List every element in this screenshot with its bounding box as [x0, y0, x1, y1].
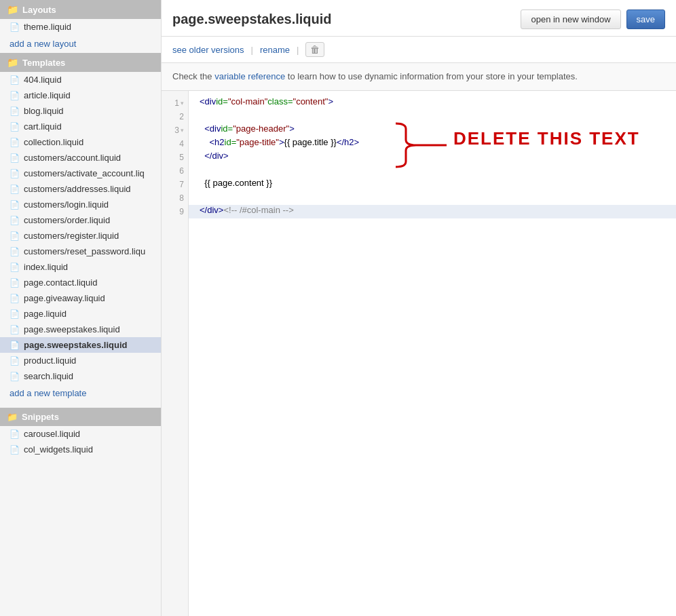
sidebar-item-page-sweepstakes-active[interactable]: 📄 page.sweepstakes.liquid — [0, 337, 161, 353]
sidebar-item-label: customers/register.liquid — [24, 231, 119, 241]
sidebar-item-index[interactable]: 📄 index.liquid — [0, 259, 161, 275]
add-new-layout-link[interactable]: add a new layout — [0, 35, 161, 53]
sidebar-item-label: page.sweepstakes.liquid — [24, 324, 120, 334]
code-line-1: <div id="col-main" class="content"> — [189, 96, 676, 110]
sidebar-item-customers-reset[interactable]: 📄 customers/reset_password.liqu — [0, 244, 161, 259]
sidebar-item-article[interactable]: 📄 article.liquid — [0, 88, 161, 103]
toolbar-separator: | — [251, 45, 253, 55]
templates-section-header: 📁 Templates — [0, 53, 161, 72]
sidebar-item-page-sweepstakes-duplicate[interactable]: 📄 page.sweepstakes.liquid — [0, 322, 161, 337]
code-line-2 — [189, 110, 676, 123]
folder-icon-snippets: 📁 — [7, 412, 18, 422]
header-buttons: open in new window save — [521, 9, 665, 29]
sidebar-item-carousel[interactable]: 📄 carousel.liquid — [0, 426, 161, 442]
toolbar-separator-2: | — [297, 45, 299, 55]
file-icon: 📄 — [10, 278, 20, 288]
sidebar: 📁 Layouts 📄 theme.liquid add a new layou… — [0, 0, 162, 616]
sidebar-item-page-liquid[interactable]: 📄 page.liquid — [0, 306, 161, 322]
file-icon: 📄 — [10, 153, 20, 163]
sidebar-item-label: page.liquid — [24, 309, 67, 319]
file-icon: 📄 — [10, 294, 20, 303]
file-icon: 📄 — [10, 372, 20, 381]
delete-button[interactable]: 🗑 — [305, 42, 324, 57]
line-numbers: 1▾ 2 3▾ 4 5 6 7 8 9 — [162, 91, 189, 617]
sidebar-item-page-contact[interactable]: 📄 page.contact.liquid — [0, 275, 161, 290]
line-num-4: 4 — [162, 137, 188, 151]
save-button[interactable]: save — [626, 9, 665, 29]
sidebar-item-label: cart.liquid — [24, 121, 62, 132]
main-toolbar: see older versions | rename | 🗑 — [162, 37, 676, 63]
line-num-3: 3▾ — [162, 123, 188, 137]
sidebar-item-product[interactable]: 📄 product.liquid — [0, 353, 161, 368]
variable-reference-link[interactable]: variable reference — [214, 71, 285, 81]
file-icon: 📄 — [10, 138, 20, 147]
sidebar-item-label: page.giveaway.liquid — [24, 293, 105, 303]
file-icon: 📄 — [10, 309, 20, 319]
file-icon: 📄 — [10, 200, 20, 210]
sidebar-item-label: 404.liquid — [24, 75, 62, 85]
sidebar-item-search[interactable]: 📄 search.liquid — [0, 368, 161, 384]
sidebar-item-label: article.liquid — [24, 90, 71, 100]
file-icon: 📄 — [10, 341, 20, 350]
sidebar-item-label: customers/activate_account.liq — [24, 168, 145, 178]
line-num-8: 8 — [162, 191, 188, 205]
layouts-section-header: 📁 Layouts — [0, 0, 161, 19]
sidebar-item-label: customers/reset_password.liqu — [24, 246, 145, 256]
snippets-section-header: 📁 Snippets — [0, 408, 161, 426]
sidebar-item-label: product.liquid — [24, 355, 76, 366]
editor-area: 1▾ 2 3▾ 4 5 6 7 8 9 <div id="col-main" c… — [162, 91, 676, 617]
sidebar-item-label: customers/order.liquid — [24, 215, 110, 225]
sidebar-item-customers-login[interactable]: 📄 customers/login.liquid — [0, 197, 161, 212]
file-icon: 📄 — [10, 169, 20, 178]
file-icon: 📄 — [10, 75, 20, 85]
main-content: page.sweepstakes.liquid open in new wind… — [162, 0, 676, 616]
file-icon: 📄 — [10, 22, 20, 32]
sidebar-item-label: page.sweepstakes.liquid — [24, 340, 127, 350]
code-line-5: </div> — [189, 151, 676, 164]
sidebar-item-cart[interactable]: 📄 cart.liquid — [0, 119, 161, 134]
templates-section-label: Templates — [22, 58, 65, 68]
code-line-8 — [189, 191, 676, 205]
folder-icon: 📁 — [7, 4, 18, 15]
sidebar-item-label: index.liquid — [24, 262, 68, 272]
file-icon: 📄 — [10, 107, 20, 116]
sidebar-item-theme-liquid[interactable]: 📄 theme.liquid — [0, 19, 161, 35]
sidebar-item-customers-order[interactable]: 📄 customers/order.liquid — [0, 212, 161, 228]
line-num-1: 1▾ — [162, 96, 188, 110]
code-content[interactable]: <div id="col-main" class="content"> <div… — [189, 91, 676, 617]
file-icon: 📄 — [10, 429, 20, 439]
sidebar-item-customers-register[interactable]: 📄 customers/register.liquid — [0, 228, 161, 244]
code-line-3: <div id="page-header"> — [189, 123, 676, 137]
sidebar-item-404[interactable]: 📄 404.liquid — [0, 72, 161, 88]
sidebar-item-label: customers/addresses.liquid — [24, 184, 131, 194]
sidebar-item-label: col_widgets.liquid — [24, 444, 93, 455]
info-suffix: to learn how to use dynamic information … — [288, 71, 578, 81]
open-new-window-button[interactable]: open in new window — [521, 9, 620, 29]
code-line-6 — [189, 164, 676, 178]
file-icon: 📄 — [10, 231, 20, 241]
file-icon: 📄 — [10, 247, 20, 256]
sidebar-item-customers-activate[interactable]: 📄 customers/activate_account.liq — [0, 166, 161, 181]
add-new-template-link[interactable]: add a new template — [0, 384, 161, 402]
sidebar-item-label: blog.liquid — [24, 106, 64, 116]
sidebar-item-blog[interactable]: 📄 blog.liquid — [0, 103, 161, 119]
sidebar-item-label: carousel.liquid — [24, 429, 80, 439]
sidebar-item-page-giveaway[interactable]: 📄 page.giveaway.liquid — [0, 290, 161, 306]
see-older-versions-link[interactable]: see older versions — [172, 45, 244, 55]
sidebar-item-col-widgets[interactable]: 📄 col_widgets.liquid — [0, 442, 161, 457]
line-num-6: 6 — [162, 164, 188, 178]
line-num-7: 7 — [162, 178, 188, 191]
page-title: page.sweepstakes.liquid — [172, 12, 332, 27]
file-icon: 📄 — [10, 445, 20, 455]
sidebar-item-collection[interactable]: 📄 collection.liquid — [0, 134, 161, 150]
file-icon: 📄 — [10, 91, 20, 100]
code-line-7: {{ page.content }} — [189, 178, 676, 191]
sidebar-item-label: collection.liquid — [24, 137, 83, 147]
rename-link[interactable]: rename — [260, 45, 290, 55]
sidebar-item-label: search.liquid — [24, 371, 73, 381]
line-num-5: 5 — [162, 151, 188, 164]
sidebar-item-customers-addresses[interactable]: 📄 customers/addresses.liquid — [0, 181, 161, 197]
info-bar: Check the variable reference to learn ho… — [162, 63, 676, 91]
sidebar-item-customers-account[interactable]: 📄 customers/account.liquid — [0, 150, 161, 166]
info-prefix: Check the — [172, 71, 212, 81]
